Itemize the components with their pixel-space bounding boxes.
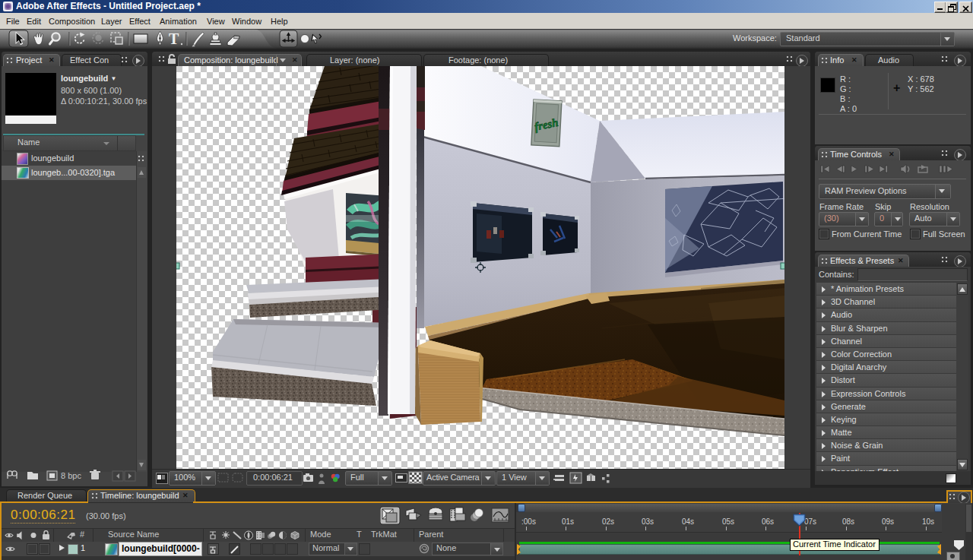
svg-text:T: T — [169, 30, 179, 47]
svg-text:8 bpc: 8 bpc — [61, 471, 81, 480]
